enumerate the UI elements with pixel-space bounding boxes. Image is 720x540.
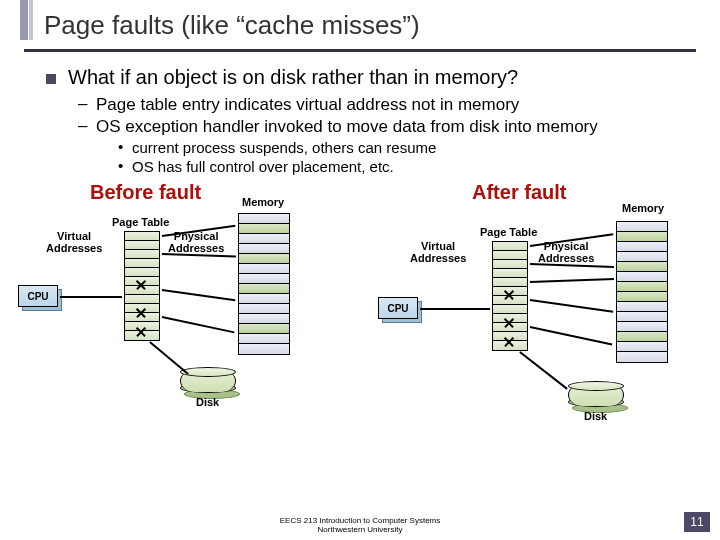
disk-after (568, 381, 624, 407)
page-table-after (492, 241, 528, 351)
footer-line-2: Northwestern University (0, 526, 720, 534)
line (150, 341, 189, 374)
line (162, 289, 235, 301)
content-area: What if an object is on disk rather than… (0, 52, 720, 461)
line (162, 253, 236, 257)
slide: Page faults (like “cache misses”) What i… (0, 0, 720, 540)
memory-label-before: Memory (242, 197, 284, 209)
accent-bar-thin (29, 0, 33, 40)
before-fault-heading: Before fault (90, 181, 201, 204)
cpu-text-after: CPU (387, 303, 408, 314)
slide-title: Page faults (like “cache misses”) (44, 10, 720, 41)
page-number: 11 (684, 512, 710, 532)
line (530, 278, 614, 282)
page-table-before (124, 231, 160, 341)
bullet-l1: What if an object is on disk rather than… (46, 66, 690, 89)
title-area: Page faults (like “cache misses”) (0, 0, 720, 45)
accent-bar (20, 0, 28, 40)
cpu-text-before: CPU (27, 291, 48, 302)
memory-before (238, 213, 290, 355)
memory-after (616, 221, 668, 363)
line (530, 299, 613, 312)
disk-before (180, 367, 236, 393)
physical-addresses-label-after: Physical Addresses (538, 241, 594, 264)
line (162, 316, 235, 333)
line (420, 308, 490, 310)
disk-label-after: Disk (584, 410, 607, 422)
virtual-addresses-label-before: Virtual Addresses (46, 231, 102, 254)
bullet-l3-a: current process suspends, others can res… (118, 139, 690, 156)
line (520, 351, 568, 389)
after-fault-heading: After fault (472, 181, 566, 204)
page-table-label-before: Page Table (112, 217, 169, 229)
bullet-l3-b: OS has full control over placement, etc. (118, 158, 690, 175)
diagrams-area: Before fault Memory Page Table Virtual A… (40, 181, 690, 461)
bullet-l2-b: OS exception handler invoked to move dat… (78, 117, 690, 137)
disk-label-before: Disk (196, 396, 219, 408)
footer: EECS 213 Introduction to Computer System… (0, 517, 720, 534)
virtual-addresses-label-after: Virtual Addresses (410, 241, 466, 264)
line (530, 263, 614, 267)
cpu-box-before: CPU (18, 285, 58, 307)
page-table-label-after: Page Table (480, 227, 537, 239)
line (60, 296, 122, 298)
memory-label-after: Memory (622, 203, 664, 215)
line (530, 326, 612, 345)
bullet-l2-a: Page table entry indicates virtual addre… (78, 95, 690, 115)
cpu-box-after: CPU (378, 297, 418, 319)
